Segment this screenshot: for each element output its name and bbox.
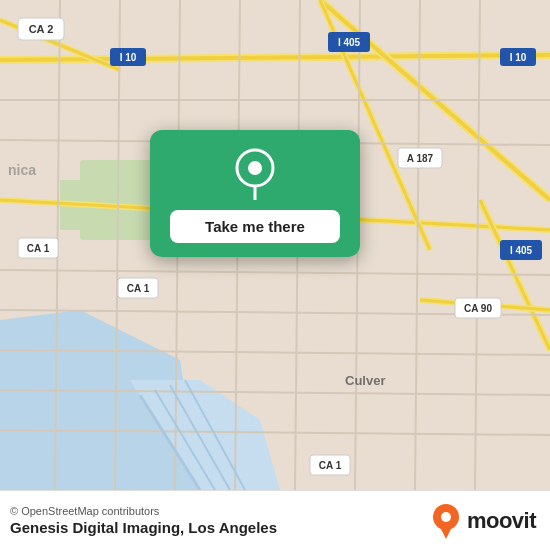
svg-point-65 xyxy=(441,512,451,522)
map-container: CA 2 I 10 I 10 I 405 I 405 CA 1 CA 1 CA … xyxy=(0,0,550,490)
svg-text:Culver: Culver xyxy=(345,373,385,388)
svg-text:I 405: I 405 xyxy=(510,245,533,256)
svg-text:I 10: I 10 xyxy=(120,52,137,63)
svg-point-61 xyxy=(248,161,262,175)
location-pin-icon xyxy=(229,148,281,200)
svg-text:CA 90: CA 90 xyxy=(464,303,492,314)
attribution-text: © OpenStreetMap contributors xyxy=(10,505,277,517)
svg-text:CA 1: CA 1 xyxy=(127,283,150,294)
bottom-bar: © OpenStreetMap contributors Genesis Dig… xyxy=(0,490,550,550)
bottom-info: © OpenStreetMap contributors Genesis Dig… xyxy=(10,505,277,536)
svg-text:CA 1: CA 1 xyxy=(27,243,50,254)
svg-text:I 10: I 10 xyxy=(510,52,527,63)
svg-text:A 187: A 187 xyxy=(407,153,434,164)
moovit-brand-text: moovit xyxy=(467,508,536,534)
svg-text:CA 1: CA 1 xyxy=(319,460,342,471)
moovit-logo: moovit xyxy=(431,503,536,539)
svg-text:CA 2: CA 2 xyxy=(29,23,54,35)
location-name-text: Genesis Digital Imaging, Los Angeles xyxy=(10,519,277,536)
moovit-pin-icon xyxy=(431,503,461,539)
take-me-there-button[interactable]: Take me there xyxy=(170,210,340,243)
svg-text:nica: nica xyxy=(8,162,36,178)
svg-marker-64 xyxy=(439,525,453,539)
popup-card: Take me there xyxy=(150,130,360,257)
svg-text:I 405: I 405 xyxy=(338,37,361,48)
